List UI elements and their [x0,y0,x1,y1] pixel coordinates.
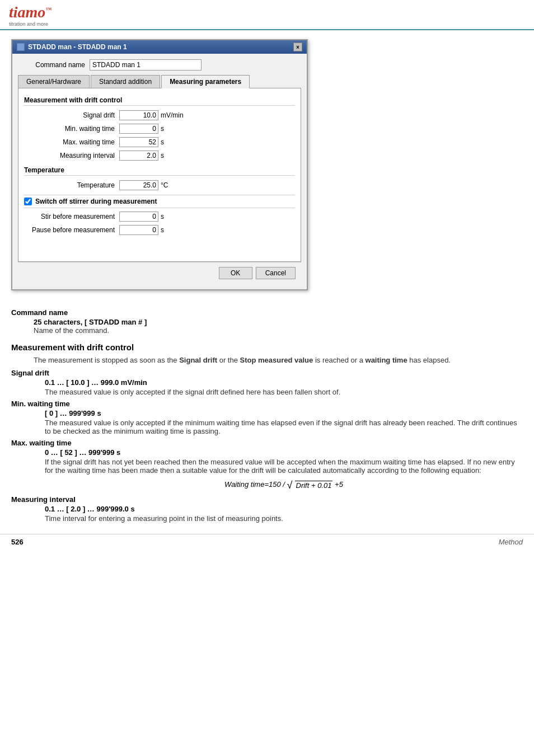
doc-max-waiting-desc: If the signal drift has not yet been rea… [45,458,523,475]
formula-text: Waiting time=150 / √ Drift + 0.01 +5 [224,480,343,489]
measuring-interval-input[interactable] [119,151,158,161]
command-name-row: Command name [18,59,301,71]
stir-before-unit: s [161,213,164,220]
dialog-window: STDADD man - STDADD man 1 × Command name… [11,39,308,290]
doc-measuring-interval-indent: 0.1 … [ 2.0 ] … 999'999.0 s Time interva… [45,505,523,523]
pause-before-row: Pause before measurement s [24,225,295,235]
tabs-container: General/Hardware Standard addition Measu… [18,75,301,88]
pause-before-unit: s [161,226,164,234]
tab-content-measuring: Measurement with drift control Signal dr… [18,88,301,262]
doc-min-waiting-desc: The measured value is only accepted if t… [45,419,523,435]
page-category: Method [499,538,523,546]
min-waiting-unit: s [161,125,164,133]
doc-signal-drift-label: Signal drift [11,369,523,377]
signal-drift-input[interactable] [119,110,158,120]
measuring-interval-row: Measuring interval s [24,151,295,161]
page-content: STDADD man - STDADD man 1 × Command name… [0,30,534,299]
doc-signal-drift-value: 0.1 … [ 10.0 ] … 999.0 mV/min [45,378,523,387]
doc-drift-intro: The measurement is stopped as soon as th… [34,355,523,365]
min-waiting-input[interactable] [119,124,158,134]
min-waiting-row: Min. waiting time s [24,124,295,134]
doc-min-waiting-indent: [ 0 ] … 999'999 s The measured value is … [45,409,523,435]
page-number: 526 [11,538,24,546]
temperature-row: Temperature °C [24,180,295,190]
tab-standard-addition[interactable]: Standard addition [91,75,160,88]
dialog-footer: OK Cancel [18,262,301,284]
tab-measuring-parameters[interactable]: Measuring parameters [161,75,250,88]
dialog-body: Command name General/Hardware Standard a… [12,54,307,289]
logo-tm: ™ [45,6,51,13]
temperature-label: Temperature [24,181,119,189]
measuring-interval-unit: s [161,152,164,159]
doc-signal-drift-indent: 0.1 … [ 10.0 ] … 999.0 mV/min The measur… [45,378,523,396]
doc-drift-section-title: Measurement with drift control [11,342,523,352]
max-waiting-input[interactable] [119,137,158,147]
doc-min-waiting-label: Min. waiting time [11,400,523,408]
stir-before-row: Stir before measurement s [24,212,295,222]
stirrer-checkbox-label: Switch off stirrer during measurement [35,198,157,205]
doc-max-waiting-indent: 0 … [ 52 ] … 999'999 s If the signal dri… [45,448,523,490]
signal-drift-row: Signal drift mV/min [24,110,295,120]
pause-before-input[interactable] [119,225,158,235]
formula-container: Waiting time=150 / √ Drift + 0.01 +5 [67,480,500,490]
signal-drift-label: Signal drift [24,111,119,119]
logo-text: tiamo™ [9,4,51,20]
min-waiting-label: Min. waiting time [24,125,119,133]
command-name-input[interactable] [90,59,202,71]
dialog-titlebar: STDADD man - STDADD man 1 × [12,40,307,54]
cancel-button[interactable]: Cancel [256,267,296,279]
titlebar-left: STDADD man - STDADD man 1 [17,43,127,51]
doc-measuring-interval-value: 0.1 … [ 2.0 ] … 999'999.0 s [45,505,523,513]
tab-general-hardware[interactable]: General/Hardware [18,75,90,88]
window-icon [17,43,25,51]
command-name-label: Command name [18,61,85,69]
stirrer-checkbox[interactable] [24,198,32,205]
doc-command-name-desc: Name of the command. [34,326,523,335]
doc-command-name-indent: 25 characters, [ STDADD man # ] Name of … [34,318,523,335]
max-waiting-label: Max. waiting time [24,138,119,146]
stir-before-label: Stir before measurement [24,213,119,220]
page-footer: 526 Method [0,534,534,550]
documentation-section: Command name 25 characters, [ STDADD man… [0,299,534,534]
logo-brand: tiamo [9,3,45,21]
max-waiting-row: Max. waiting time s [24,137,295,147]
signal-drift-unit: mV/min [161,111,184,119]
doc-min-waiting-value: [ 0 ] … 999'999 s [45,409,523,417]
doc-measuring-interval-desc: Time interval for entering a measuring p… [45,514,523,523]
logo: tiamo™ titration and more [9,4,51,27]
ok-button[interactable]: OK [219,267,252,279]
dialog-title: STDADD man - STDADD man 1 [28,43,127,51]
stir-before-input[interactable] [119,212,158,222]
doc-max-waiting-value: 0 … [ 52 ] … 999'999 s [45,448,523,457]
max-waiting-unit: s [161,138,164,146]
drift-control-section-header: Measurement with drift control [24,96,295,106]
stirrer-checkbox-row: Switch off stirrer during measurement [24,195,295,208]
page-header: tiamo™ titration and more [0,0,534,30]
close-button[interactable]: × [293,43,302,51]
pause-before-label: Pause before measurement [24,226,119,234]
temperature-section-header: Temperature [24,166,295,176]
doc-measuring-interval-label: Measuring interval [11,495,523,504]
logo-subtitle: titration and more [9,21,48,27]
doc-command-name-value: 25 characters, [ STDADD man # ] [34,318,523,326]
doc-signal-drift-desc: The measured value is only accepted if t… [45,388,523,396]
doc-command-name-label: Command name [11,308,523,317]
doc-max-waiting-label: Max. waiting time [11,439,523,447]
temperature-input[interactable] [119,180,158,190]
temperature-unit: °C [161,181,168,189]
measuring-interval-label: Measuring interval [24,152,119,159]
